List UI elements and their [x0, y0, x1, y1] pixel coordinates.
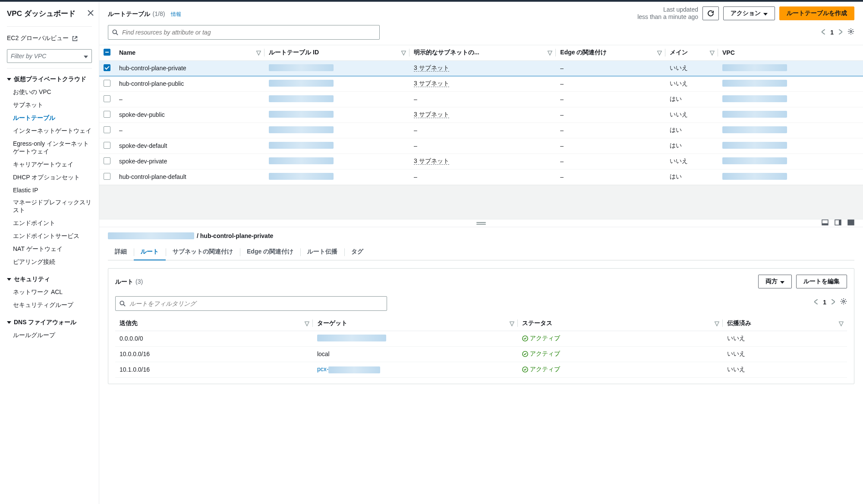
redacted-rt-id: [269, 64, 334, 71]
sidebar-item[interactable]: ネットワーク ACL: [7, 286, 92, 299]
sidebar-item[interactable]: Elastic IP: [7, 184, 92, 196]
route-tables-table: Name▽ ルートテーブル ID▽ 明示的なサブネットの...▽ Edge の関…: [99, 45, 863, 185]
subnet-link[interactable]: 3 サブネット: [414, 157, 449, 165]
cell-edge: –: [556, 153, 665, 169]
panel-bottom-icon[interactable]: [822, 219, 828, 227]
page-number[interactable]: 1: [830, 29, 834, 36]
sidebar-item[interactable]: サブネット: [7, 99, 92, 112]
search-input[interactable]: [108, 25, 380, 40]
subnet-link[interactable]: 3 サブネット: [414, 64, 449, 72]
sidebar-item[interactable]: エンドポイントサービス: [7, 230, 92, 243]
sidebar-item[interactable]: マネージドプレフィックスリスト: [7, 196, 92, 217]
tab[interactable]: Edge の関連付け: [240, 244, 300, 260]
prev-page[interactable]: [822, 29, 825, 36]
sidebar-item[interactable]: Egress-only インターネットゲートウェイ: [7, 138, 92, 158]
sidebar-item[interactable]: セキュリティグループ: [7, 299, 92, 312]
sidebar-item[interactable]: エンドポイント: [7, 217, 92, 230]
cell-main: いいえ: [665, 76, 718, 91]
split-handle[interactable]: [99, 219, 863, 227]
settings-gear-icon[interactable]: [847, 28, 854, 36]
col-vpc[interactable]: VPC: [722, 49, 735, 56]
sidebar-item[interactable]: ルールグループ: [7, 329, 92, 342]
next-page[interactable]: [839, 29, 842, 36]
target-link[interactable]: pcx-: [317, 366, 380, 373]
table-row[interactable]: spoke-dev-public3 サブネット–いいえ: [99, 107, 863, 122]
tab[interactable]: タグ: [344, 244, 370, 260]
table-row[interactable]: hub-control-plane-public3 サブネット–いいえ: [99, 76, 863, 91]
route-propagated: いいえ: [723, 331, 847, 346]
tab[interactable]: ルート伝播: [300, 244, 344, 260]
routes-settings-icon[interactable]: [840, 298, 847, 306]
select-all-checkbox[interactable]: [104, 49, 110, 56]
cell-main: いいえ: [665, 153, 718, 169]
table-row[interactable]: –––はい: [99, 91, 863, 107]
route-propagated: いいえ: [723, 346, 847, 362]
close-icon[interactable]: [88, 10, 94, 17]
tab[interactable]: 詳細: [108, 244, 134, 260]
subnet-link[interactable]: 3 サブネット: [414, 80, 449, 87]
panel-side-icon[interactable]: [835, 219, 841, 227]
sidebar-group-header[interactable]: 仮想プライベートクラウド: [7, 75, 92, 83]
cell-subnets: –: [409, 169, 556, 185]
cell-main: はい: [665, 122, 718, 138]
last-updated: Last updated less than a minute ago: [637, 6, 698, 21]
routes-next-page[interactable]: [832, 299, 835, 306]
refresh-button[interactable]: [702, 6, 719, 20]
row-checkbox[interactable]: [104, 111, 110, 118]
table-row[interactable]: spoke-dev-default––はい: [99, 138, 863, 153]
sidebar-item[interactable]: インターネットゲートウェイ: [7, 125, 92, 138]
actions-button[interactable]: アクション: [723, 6, 775, 20]
vpc-filter[interactable]: Filter by VPC: [7, 49, 92, 63]
routes-search-input[interactable]: [115, 296, 387, 311]
col-edge[interactable]: Edge の関連付け: [560, 49, 607, 56]
col-main[interactable]: メイン: [670, 49, 688, 56]
row-checkbox[interactable]: [104, 157, 110, 164]
sidebar-group-header[interactable]: DNS ファイアウォール: [7, 319, 92, 326]
panel-full-icon[interactable]: [847, 219, 854, 227]
ec2-global-view-link[interactable]: EC2 グローバルビュー: [7, 32, 99, 45]
routes-col-status[interactable]: ステータス: [522, 319, 552, 326]
chevron-down-icon: [780, 278, 784, 285]
row-checkbox[interactable]: [104, 142, 110, 149]
routes-page-number[interactable]: 1: [823, 299, 826, 306]
refresh-icon: [707, 10, 714, 17]
target-link[interactable]: [317, 335, 386, 341]
table-row[interactable]: –––はい: [99, 122, 863, 138]
row-checkbox[interactable]: [104, 173, 110, 180]
sidebar-item[interactable]: ルートテーブル: [7, 112, 92, 125]
route-dest: 10.0.0.0/16: [115, 346, 313, 362]
sidebar-group-header[interactable]: セキュリティ: [7, 275, 92, 283]
routes-filter-dropdown[interactable]: 両方: [758, 275, 792, 288]
info-link[interactable]: 情報: [171, 11, 181, 17]
col-name[interactable]: Name: [119, 49, 135, 56]
cell-edge: –: [556, 91, 665, 107]
row-checkbox[interactable]: [104, 126, 110, 133]
routes-col-propagated[interactable]: 伝播済み: [727, 319, 751, 326]
row-checkbox[interactable]: [104, 80, 110, 87]
chevron-down-icon: [84, 53, 88, 59]
subnet-link[interactable]: 3 サブネット: [414, 111, 449, 118]
col-explicit-subnets[interactable]: 明示的なサブネットの...: [414, 49, 479, 56]
col-rt-id[interactable]: ルートテーブル ID: [269, 49, 319, 56]
edit-routes-button[interactable]: ルートを編集: [796, 275, 847, 288]
routes-card-title: ルート (3): [115, 277, 143, 286]
sidebar-item[interactable]: NAT ゲートウェイ: [7, 243, 92, 256]
table-row[interactable]: hub-control-plane-private3 サブネット–いいえ: [99, 60, 863, 76]
routes-col-dest[interactable]: 送信先: [120, 319, 138, 326]
search-icon: [112, 29, 118, 35]
sidebar-item[interactable]: お使いの VPC: [7, 86, 92, 99]
routes-prev-page[interactable]: [814, 299, 818, 306]
sidebar-item[interactable]: ピアリング接続: [7, 256, 92, 269]
row-checkbox[interactable]: [104, 64, 110, 71]
routes-col-target[interactable]: ターゲット: [317, 319, 347, 326]
sidebar-item[interactable]: DHCP オプションセット: [7, 171, 92, 184]
page-title: ルートテーブル (1/8): [108, 8, 167, 18]
table-row[interactable]: spoke-dev-private3 サブネット–いいえ: [99, 153, 863, 169]
table-pager: 1: [822, 28, 854, 36]
tab[interactable]: サブネットの関連付け: [166, 244, 240, 260]
table-row[interactable]: hub-control-plane-default––はい: [99, 169, 863, 185]
tab[interactable]: ルート: [134, 244, 166, 260]
create-route-table-button[interactable]: ルートテーブルを作成: [779, 6, 854, 20]
row-checkbox[interactable]: [104, 95, 110, 102]
sidebar-item[interactable]: キャリアゲートウェイ: [7, 158, 92, 171]
